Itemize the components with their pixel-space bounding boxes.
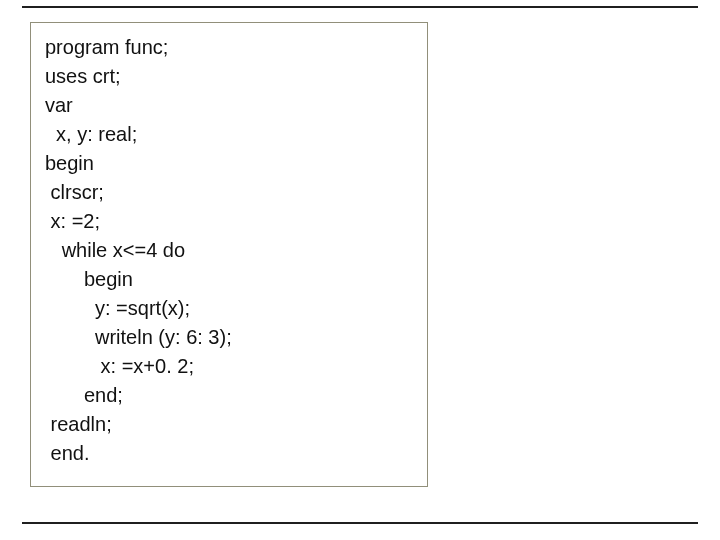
code-line: x: =x+0. 2; [45,352,413,381]
code-line: program func; [45,33,413,62]
top-rule [22,6,698,8]
code-line: end. [45,439,413,468]
code-line: var [45,91,413,120]
code-line: readln; [45,410,413,439]
code-line: y: =sqrt(x); [45,294,413,323]
code-line: end; [45,381,413,410]
code-box: program func; uses crt; var x, y: real; … [30,22,428,487]
slide: program func; uses crt; var x, y: real; … [0,0,720,540]
code-line: x: =2; [45,207,413,236]
bottom-rule [22,522,698,524]
code-line: uses crt; [45,62,413,91]
code-line: x, y: real; [45,120,413,149]
code-line: while x<=4 do [45,236,413,265]
code-line: begin [45,149,413,178]
code-line: clrscr; [45,178,413,207]
code-line: begin [45,265,413,294]
code-line: writeln (y: 6: 3); [45,323,413,352]
